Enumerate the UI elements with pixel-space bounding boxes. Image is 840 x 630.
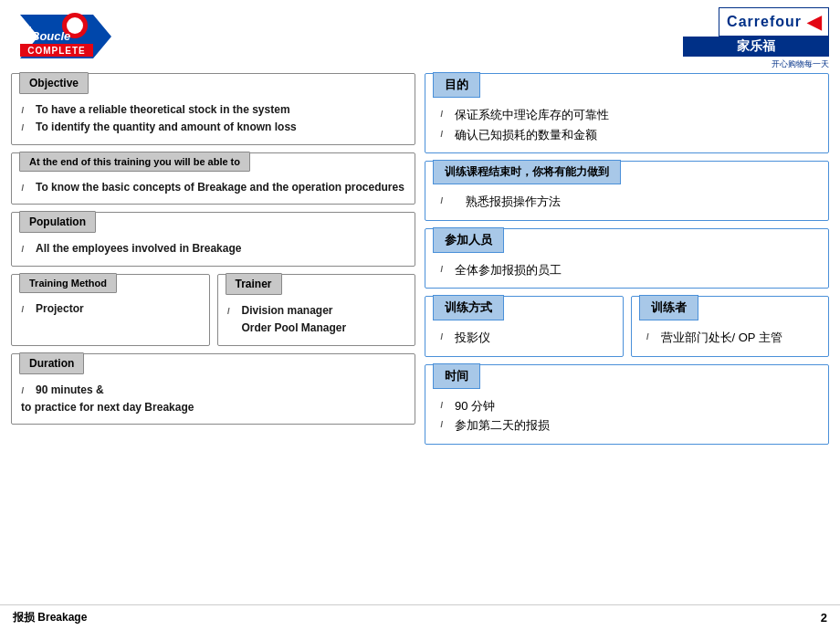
cn-objective-box: 目的 ı 保证系统中理论库存的可靠性 ı 确认已知损耗的数量和金额 [425, 73, 829, 153]
carrefour-name: Carrefour [727, 14, 802, 30]
population-content: ı All the employees involved in Breakage [12, 234, 415, 266]
training-method-box: Training Method ı Projector [11, 274, 210, 346]
cn-bullet-icon: ı [440, 193, 449, 206]
trainer-box: Trainer ı Division manager Order Pool Ma… [217, 274, 416, 346]
carrefour-chinese: 家乐福 [737, 38, 775, 53]
list-item: ı 保证系统中理论库存的可靠性 [440, 106, 817, 124]
logo-left: La Boucle COMPLETE [11, 7, 121, 67]
training-method-item-1: Projector [36, 301, 84, 317]
training-method-content: ı Projector [12, 294, 209, 326]
cn-bullet-icon: ı [440, 126, 449, 140]
bullet-icon: ı [21, 301, 30, 315]
svg-text:Boucle: Boucle [31, 29, 70, 43]
left-column: Objective ı To have a reliable theoretic… [11, 73, 415, 604]
list-item: ı 参加第二天的报损 [440, 416, 817, 435]
bullet-icon: ı [21, 180, 30, 194]
duration-box: Duration ı 90 minutes & to practice for … [11, 353, 415, 425]
cn-trainer-box: 训练者 ı 营业部门处长/ OP 主管 [631, 296, 830, 357]
list-item: ı 90 分钟 [440, 397, 817, 415]
cn-training-trainer-row: 训练方式 ı 投影仪 训练者 ı 营业部门处长/ OP 主管 [425, 296, 829, 357]
cn-training-method-box: 训练方式 ı 投影仪 [425, 296, 624, 357]
carrefour-icon: ◀ [807, 11, 821, 33]
footer-page-number: 2 [821, 611, 827, 625]
duration-item-2: to practice for next day Breakage [21, 400, 194, 415]
bullet-icon: ı [227, 303, 236, 317]
list-item: ı 熟悉报损操作方法 [440, 193, 817, 211]
training-end-content: ı To know the basic concepts of Breakage… [12, 173, 415, 205]
cn-duration-item-2: 参加第二天的报损 [455, 416, 550, 435]
population-item-1: All the employees involved in Breakage [36, 241, 241, 257]
cn-duration-item-1: 90 分钟 [455, 397, 495, 415]
duration-item-1: 90 minutes & [36, 383, 104, 398]
objective-header: Objective [19, 72, 89, 94]
objective-item-1: To have a reliable theoretical stock in … [36, 102, 290, 118]
carrefour-tagline: 开心购物每一天 [772, 58, 829, 70]
cn-training-method-item-1: 投影仪 [455, 329, 490, 347]
bullet-icon: ı [21, 120, 30, 133]
list-item: ı 营业部门处长/ OP 主管 [646, 329, 818, 347]
list-item: Order Pool Manager [227, 320, 406, 336]
cn-bullet-icon: ı [440, 106, 449, 120]
list-item: ı To have a reliable theoretical stock i… [21, 102, 405, 118]
list-item: ı 全体参加报损的员工 [440, 261, 817, 279]
list-item: ı To identify the quantity and amount of… [21, 120, 405, 135]
list-item: ı All the employees involved in Breakage [21, 241, 405, 257]
bullet-icon: ı [21, 102, 30, 116]
objective-item-2: To identify the quantity and amount of k… [36, 120, 297, 135]
cn-bullet-icon: ı [440, 329, 449, 342]
population-header: Population [19, 211, 96, 233]
trainer-content: ı Division manager Order Pool Manager [218, 296, 415, 345]
svg-text:COMPLETE: COMPLETE [27, 46, 86, 56]
logo-right: Carrefour ◀ 家乐福 开心购物每一天 [683, 7, 829, 70]
duration-header: Duration [19, 352, 84, 374]
footer: 报损 Breakage 2 [0, 604, 840, 630]
footer-left-text: 报损 Breakage [13, 610, 87, 625]
bullet-icon: ı [21, 383, 30, 396]
objective-box: Objective ı To have a reliable theoretic… [11, 73, 415, 145]
cn-training-end-content: ı 熟悉报损操作方法 [425, 185, 828, 220]
training-trainer-row: Training Method ı Projector Trainer ı Di… [11, 274, 415, 346]
population-box: Population ı All the employees involved … [11, 212, 415, 267]
trainer-header: Trainer [226, 273, 282, 295]
duration-content: ı 90 minutes & to practice for next day … [12, 375, 415, 425]
trainer-item-2: Order Pool Manager [242, 320, 347, 336]
cn-bullet-icon: ı [646, 329, 656, 342]
list-item: ı 投影仪 [440, 329, 612, 347]
training-method-header: Training Method [19, 273, 117, 293]
training-end-header: At the end of this training you will be … [19, 152, 250, 172]
header: La Boucle COMPLETE Carrefour ◀ 家乐福 开心购物每… [0, 0, 840, 73]
cn-population-item-1: 全体参加报损的员工 [455, 261, 562, 279]
svg-text:La: La [22, 24, 32, 33]
cn-duration-content: ı 90 分钟 ı 参加第二天的报损 [425, 390, 828, 444]
list-item: ı Projector [21, 301, 200, 317]
training-end-box: At the end of this training you will be … [11, 152, 415, 205]
cn-population-box: 参加人员 ı 全体参加报损的员工 [425, 228, 829, 289]
cn-bullet-icon: ı [440, 397, 449, 411]
cn-training-end-header: 训练课程结束时，你将有能力做到 [433, 160, 621, 184]
cn-training-method-content: ı 投影仪 [425, 321, 623, 356]
cn-objective-header: 目的 [433, 72, 480, 98]
cn-training-method-header: 训练方式 [433, 295, 504, 320]
cn-duration-box: 时间 ı 90 分钟 ı 参加第二天的报损 [425, 364, 829, 445]
bullet-icon: ı [21, 241, 30, 255]
list-item: ı 90 minutes & [21, 383, 405, 398]
cn-population-header: 参加人员 [433, 227, 504, 253]
list-item: ı To know the basic concepts of Breakage… [21, 180, 405, 195]
list-item: to practice for next day Breakage [21, 400, 405, 415]
list-item: ı Division manager [227, 303, 406, 319]
cn-objective-item-2: 确认已知损耗的数量和金额 [455, 126, 597, 144]
training-end-item-1: To know the basic concepts of Breakage a… [36, 180, 404, 195]
right-column: 目的 ı 保证系统中理论库存的可靠性 ı 确认已知损耗的数量和金额 训练课程结束… [425, 73, 829, 604]
objective-content: ı To have a reliable theoretical stock i… [12, 95, 415, 144]
cn-training-end-item-1: 熟悉报损操作方法 [455, 193, 561, 211]
list-item: ı 确认已知损耗的数量和金额 [440, 126, 817, 144]
cn-bullet-icon: ı [440, 261, 449, 275]
cn-trainer-content: ı 营业部门处长/ OP 主管 [632, 321, 829, 356]
main-content: Objective ı To have a reliable theoretic… [0, 73, 840, 604]
cn-duration-header: 时间 [433, 363, 480, 389]
cn-trainer-header: 训练者 [639, 295, 698, 320]
cn-population-content: ı 全体参加报损的员工 [425, 254, 828, 289]
cn-bullet-icon: ı [440, 416, 449, 430]
cn-training-end-box: 训练课程结束时，你将有能力做到 ı 熟悉报损操作方法 [425, 161, 829, 221]
trainer-item-1: Division manager [242, 303, 333, 319]
